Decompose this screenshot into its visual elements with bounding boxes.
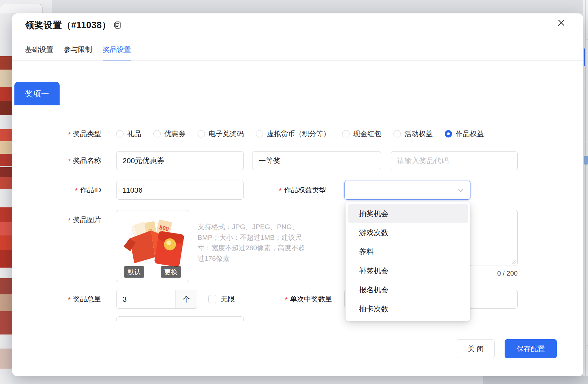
- prize-name-label: * 奖品名称: [68, 156, 101, 165]
- dialog-tab[interactable]: 基础设置: [25, 45, 53, 61]
- background-page-card: [0, 4, 43, 13]
- radio-icon[interactable]: [116, 130, 124, 137]
- work-right-type-dropdown: 抽奖机会 游戏次数 养料 补签机会 报名机会 抽卡次数: [346, 202, 470, 321]
- prize-type-radio[interactable]: 现金红包: [342, 129, 381, 138]
- panel-border: [60, 105, 574, 105]
- background-page-fragment: [0, 56, 12, 70]
- background-page-fragment: [0, 278, 12, 294]
- work-id-label: * 作品ID: [75, 186, 101, 194]
- dialog-tabs: 基础设置 参与限制 奖品设置: [25, 45, 131, 61]
- prize-code-input[interactable]: [391, 151, 518, 170]
- image-default-badge[interactable]: 默认: [124, 266, 144, 278]
- required-asterisk: *: [285, 296, 288, 303]
- work-right-type-select[interactable]: [344, 181, 470, 200]
- prize-type-radio-group: 礼品 优惠券 电子兑奖码 虚拟货币（积分等） 现金红包: [116, 129, 484, 138]
- background-page-fragment: [0, 222, 12, 235]
- radio-icon[interactable]: [342, 130, 350, 137]
- background-table-border: [585, 283, 588, 283]
- background-page-fragment: [0, 177, 12, 189]
- background-table-border: [585, 115, 588, 115]
- prize-image-illustration: 优惠 500 优惠: [120, 214, 186, 270]
- radio-icon[interactable]: [256, 130, 263, 137]
- dialog-title: 领奖设置（#11038）: [25, 19, 111, 31]
- prize-type-label: * 奖品类型: [68, 129, 101, 138]
- resize-handle-icon[interactable]: [512, 260, 516, 265]
- background-page-fragment: [584, 156, 588, 165]
- unlimited-label: 无限: [221, 295, 235, 303]
- radio-icon[interactable]: [393, 130, 401, 137]
- background-table-border: [585, 345, 588, 346]
- background-page-bottom-strip: [483, 376, 588, 384]
- prize-type-radio[interactable]: 电子兑奖码: [198, 129, 244, 138]
- dropdown-option[interactable]: 报名机会: [348, 280, 468, 299]
- radio-icon[interactable]: [153, 130, 161, 137]
- chevron-down-icon: [457, 187, 465, 195]
- background-page-fragment: [0, 87, 12, 101]
- background-table-border: [585, 0, 586, 384]
- required-asterisk: *: [68, 158, 71, 165]
- required-asterisk: *: [279, 187, 282, 194]
- background-page-top-strip: [52, 0, 588, 13]
- prize-type-radio[interactable]: 优惠券: [153, 129, 186, 138]
- background-page-fragment: [0, 207, 12, 222]
- dialog-tab[interactable]: 奖品设置: [103, 45, 131, 61]
- background-table-border: [585, 67, 588, 67]
- background-page-fragment: [0, 154, 12, 166]
- background-page-fragment: [0, 235, 12, 250]
- close-button[interactable]: 关 闭: [457, 339, 495, 358]
- prize-name-input[interactable]: [116, 151, 244, 170]
- work-id-input[interactable]: [116, 181, 244, 200]
- work-right-type-label: * 作品权益类型: [279, 186, 326, 194]
- dropdown-option[interactable]: 游戏次数: [348, 223, 468, 242]
- character-counter: 0 / 200: [497, 270, 518, 277]
- dropdown-option[interactable]: 抽卡次数: [348, 299, 468, 318]
- background-table-border: [585, 88, 588, 88]
- tabs-divider: [12, 60, 583, 61]
- save-config-button[interactable]: 保存配置: [505, 339, 557, 358]
- copy-icon[interactable]: [113, 21, 122, 29]
- single-win-label: * 单次中奖数量: [285, 295, 332, 303]
- background-page-fragment: [0, 349, 12, 369]
- radio-icon[interactable]: [198, 130, 205, 137]
- clipped-input: [116, 316, 244, 321]
- prize-image-label: * 奖品图片: [68, 215, 101, 224]
- prize-type-radio[interactable]: 作品权益: [445, 129, 484, 138]
- prize-type-radio[interactable]: 活动权益: [393, 129, 433, 138]
- background-page-fragment: [0, 141, 12, 154]
- required-asterisk: *: [68, 131, 71, 138]
- prize-total-unit: 个: [175, 290, 197, 309]
- background-table-border: [585, 142, 588, 142]
- background-table-border: [585, 174, 588, 174]
- dropdown-option[interactable]: 养料: [348, 242, 468, 261]
- prize-total-label: * 奖品总量: [68, 295, 101, 303]
- background-page-fragment: [0, 70, 12, 87]
- background-page-fragment: [0, 167, 12, 177]
- prize-image-preview[interactable]: 优惠 500 优惠 默认 更换: [116, 210, 189, 282]
- radio-icon[interactable]: [445, 130, 452, 137]
- prize-settings-dialog: 领奖设置（#11038） 基础设置 参与限制 奖品设置 奖项一 * 奖品类型: [12, 13, 583, 376]
- background-page-fragment: [0, 294, 12, 311]
- prize-level-input[interactable]: [252, 151, 381, 170]
- prize-total-input[interactable]: [116, 290, 176, 309]
- background-page-fragment: [0, 101, 12, 115]
- prize-type-radio[interactable]: 礼品: [116, 129, 141, 138]
- dropdown-option[interactable]: 补签机会: [348, 261, 468, 280]
- background-page-fragment: [0, 129, 12, 141]
- unlimited-checkbox[interactable]: [208, 295, 216, 303]
- background-page-fragment: [0, 311, 12, 334]
- required-asterisk: *: [75, 187, 78, 194]
- prize-description-textarea[interactable]: [469, 210, 518, 266]
- prize-item-tab[interactable]: 奖项一: [14, 82, 60, 105]
- page-scrollbar[interactable]: [584, 49, 585, 66]
- required-asterisk: *: [68, 296, 71, 303]
- prize-type-radio[interactable]: 虚拟货币（积分等）: [256, 129, 330, 138]
- dialog-tab[interactable]: 参与限制: [64, 45, 92, 61]
- image-upload-hint: 支持格式：JPG、JPEG、PNG、BMP；大小：不超过1MB；建议尺寸：宽度不…: [198, 221, 310, 264]
- dropdown-option[interactable]: 抽奖机会: [348, 204, 468, 223]
- background-page-fragment: [0, 250, 12, 268]
- background-table-border: [585, 39, 588, 40]
- close-icon[interactable]: [556, 17, 567, 28]
- image-change-button[interactable]: 更换: [161, 266, 181, 278]
- required-asterisk: *: [68, 217, 71, 224]
